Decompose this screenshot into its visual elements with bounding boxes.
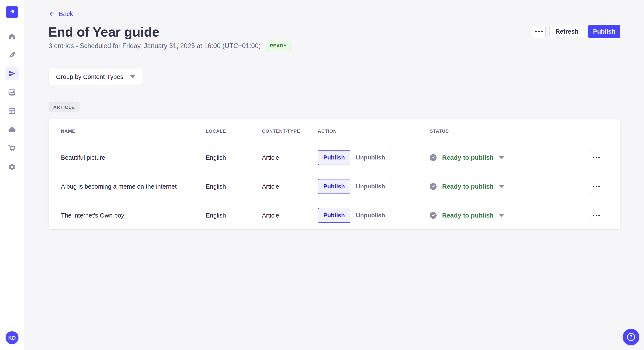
column-header-locale: LOCALE: [206, 128, 226, 134]
sidebar: KD: [0, 0, 24, 350]
column-header-status: STATUS: [430, 128, 449, 134]
unpublish-toggle-button[interactable]: Unpublish: [350, 179, 391, 194]
chevron-down-icon: [130, 75, 136, 78]
entries-table: NAME LOCALE CONTENT-TYPE ACTION STATUS B…: [48, 119, 620, 229]
table-header-row: NAME LOCALE CONTENT-TYPE ACTION STATUS: [48, 119, 620, 143]
column-header-action: ACTION: [318, 128, 337, 134]
entry-locale: English: [206, 212, 226, 219]
content-type-badge: ARTICLE: [48, 102, 80, 112]
check-circle-icon: [430, 183, 436, 190]
arrow-left-icon: [48, 10, 55, 17]
publish-toggle-button[interactable]: Publish: [318, 179, 350, 194]
row-menu-button[interactable]: [590, 209, 603, 222]
status-badge: READY: [266, 41, 290, 51]
chevron-down-icon: [499, 156, 504, 159]
unpublish-toggle-button[interactable]: Unpublish: [350, 208, 391, 223]
sidebar-item-feather[interactable]: [5, 48, 19, 62]
row-menu-button[interactable]: [590, 151, 603, 164]
ellipsis-icon: [532, 25, 546, 38]
check-circle-icon: [430, 212, 436, 219]
chevron-down-icon: [499, 185, 504, 188]
publish-toggle-button[interactable]: Publish: [318, 208, 350, 223]
sidebar-item-pictures[interactable]: [5, 85, 19, 99]
entry-name: The internet's Own boy: [61, 212, 124, 219]
entry-status-text: Ready to publish: [442, 183, 494, 190]
unpublish-toggle-button[interactable]: Unpublish: [350, 150, 391, 165]
cloud-icon: [8, 126, 16, 134]
user-avatar[interactable]: KD: [6, 331, 18, 344]
publish-toggle-button[interactable]: Publish: [318, 150, 350, 165]
release-subtitle-row: 3 entries - Scheduled for Friday, Januar…: [48, 41, 290, 51]
action-toggle: Publish Unpublish: [318, 208, 391, 223]
back-link[interactable]: Back: [48, 10, 73, 17]
page-title: End of Year guide: [48, 24, 159, 39]
gear-icon: [8, 163, 16, 171]
ellipsis-icon: [590, 180, 603, 193]
sidebar-item-gear[interactable]: [5, 160, 19, 174]
sidebar-item-layout[interactable]: [5, 104, 19, 118]
more-options-button[interactable]: [532, 25, 546, 38]
feather-icon: [8, 51, 16, 59]
entry-content-type: Article: [262, 154, 279, 161]
entry-status-select[interactable]: Ready to publish: [430, 212, 504, 219]
ellipsis-icon: [590, 209, 603, 222]
column-header-name: NAME: [61, 128, 76, 134]
app-root: KD Back End of Year guide 3 entries - Sc…: [0, 0, 644, 350]
sidebar-divider-top: [0, 24, 24, 24]
house-icon: [8, 32, 16, 40]
strapi-logo-icon: [8, 8, 16, 16]
strapi-logo[interactable]: [6, 6, 18, 18]
action-toggle: Publish Unpublish: [318, 179, 391, 194]
group-by-select[interactable]: Group by Content-Types: [48, 69, 142, 85]
table-row: Beautiful picture English Article Publis…: [48, 143, 620, 172]
entry-status-text: Ready to publish: [442, 212, 494, 219]
column-header-content-type: CONTENT-TYPE: [262, 128, 300, 134]
shopping-cart-icon: [8, 144, 16, 152]
entry-locale: English: [206, 154, 226, 161]
entry-name: Beautiful picture: [61, 154, 105, 161]
back-label: Back: [59, 10, 73, 17]
table-row: The internet's Own boy English Article P…: [48, 201, 620, 229]
layout-icon: [8, 107, 16, 115]
entry-locale: English: [206, 183, 226, 190]
row-menu-button[interactable]: [590, 180, 603, 193]
table-row: A bug is becoming a meme on the internet…: [48, 172, 620, 201]
chevron-down-icon: [499, 214, 504, 217]
entry-status-select[interactable]: Ready to publish: [430, 154, 504, 161]
release-subtitle: 3 entries - Scheduled for Friday, Januar…: [48, 42, 261, 50]
entry-content-type: Article: [262, 183, 279, 190]
ellipsis-icon: [590, 151, 603, 164]
publish-release-button[interactable]: Publish: [588, 25, 620, 38]
question-mark-icon: ?: [627, 333, 635, 341]
entry-content-type: Article: [262, 212, 279, 219]
action-toggle: Publish Unpublish: [318, 150, 391, 165]
entry-status-select[interactable]: Ready to publish: [430, 183, 504, 190]
paper-plane-icon: [8, 70, 16, 78]
sidebar-item-house[interactable]: [5, 29, 19, 43]
group-by-label: Group by Content-Types: [56, 73, 123, 80]
entry-status-text: Ready to publish: [442, 154, 494, 161]
entry-name: A bug is becoming a meme on the internet: [61, 183, 176, 190]
check-circle-icon: [430, 154, 436, 161]
sidebar-item-cloud[interactable]: [5, 123, 19, 136]
refresh-button[interactable]: Refresh: [550, 25, 584, 38]
sidebar-item-paper-plane[interactable]: [5, 67, 19, 80]
sidebar-divider-bottom: [0, 326, 24, 326]
sidebar-item-shopping-cart[interactable]: [5, 141, 19, 155]
pictures-icon: [8, 88, 16, 96]
help-button[interactable]: ?: [623, 329, 639, 345]
